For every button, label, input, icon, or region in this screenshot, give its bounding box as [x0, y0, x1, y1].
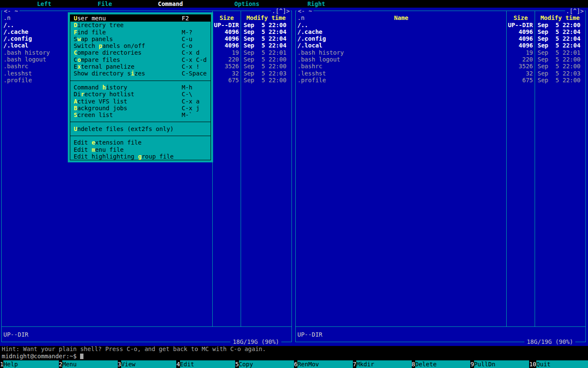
- fkey-label: Menu: [62, 360, 117, 368]
- file-mtime: Sep 5 22:04: [535, 42, 585, 49]
- fkey-number: 5: [235, 360, 239, 368]
- menu-item[interactable]: Directory tree: [70, 22, 211, 28]
- mini-status: UP--DIR: [3, 331, 28, 338]
- file-list: /.. UP--DIR Sep 5 22:00 /.cache 4096 Sep…: [296, 22, 585, 84]
- menu-item[interactable]: Find file M-?: [70, 29, 211, 36]
- menu-item[interactable]: Active VFS list C-x a: [70, 98, 211, 105]
- fkey-button[interactable]: 8 Delete: [412, 360, 471, 368]
- file-name: /.local: [296, 42, 507, 49]
- fkey-button[interactable]: 2 Menu: [59, 360, 118, 368]
- menu-item: [70, 118, 211, 125]
- name-column-header[interactable]: Name: [296, 14, 507, 21]
- menu-item-shortcut: [182, 22, 209, 28]
- menu-item-label: Screen list: [74, 112, 182, 118]
- fkey-label: Mkdir: [356, 360, 411, 368]
- file-row[interactable]: /.. UP--DIR Sep 5 22:00: [296, 22, 585, 28]
- panel-path[interactable]: <- ~: [297, 8, 313, 14]
- menu-item[interactable]: Edit extension file: [70, 139, 211, 146]
- file-row[interactable]: /.cache 4096 Sep 5 22:04: [296, 28, 585, 35]
- file-row[interactable]: /.config 4096 Sep 5 22:04: [296, 35, 585, 42]
- menu-item-label: User menu: [74, 15, 182, 22]
- menu-item[interactable]: Compare directories C-x d: [70, 49, 211, 56]
- menu-item[interactable]: Edit highlighting group file: [70, 153, 211, 160]
- menu-item[interactable]: External panelize C-x !: [70, 63, 211, 70]
- fkey-button[interactable]: 4 Edit: [176, 360, 235, 368]
- command-menu-items: User menu F2 Directory tree Find file M-…: [70, 14, 211, 160]
- menu-item-hotkey: m: [92, 146, 95, 153]
- file-mtime: Sep 5 22:00: [241, 63, 291, 70]
- file-name: /.config: [296, 35, 507, 42]
- file-size: 220: [507, 56, 535, 63]
- shell-prompt[interactable]: midnight@commander:~$: [2, 353, 83, 360]
- menu-item-shortcut: [182, 153, 209, 160]
- menu-item-label: Edit highlighting group file: [74, 153, 182, 160]
- file-mtime: Sep 5 22:04: [241, 28, 291, 35]
- size-column-header[interactable]: Size: [507, 14, 535, 21]
- file-mtime: Sep 5 22:00: [535, 63, 585, 70]
- menu-item[interactable]: Compare files C-x C-d: [70, 56, 211, 63]
- sort-indicator: .n: [297, 14, 305, 21]
- panel-header-row: .n Name Size Modify time: [296, 14, 585, 21]
- file-size: 19: [507, 49, 535, 56]
- fkey-button[interactable]: 7 Mkdir: [353, 360, 412, 368]
- right-panel: <- ~ .[^]> .n Name Size Modify time /.. …: [294, 8, 588, 346]
- fkey-button[interactable]: 10 Quit: [529, 360, 588, 368]
- menu-item-label: Compare directories: [74, 49, 182, 56]
- fkey-button[interactable]: 1 Help: [0, 360, 59, 368]
- menu-item[interactable]: Command history M-h: [70, 84, 211, 91]
- file-row[interactable]: .lesshst 32 Sep 5 22:03: [296, 70, 585, 77]
- menubar-item-label: Right: [308, 0, 325, 7]
- fkey-button[interactable]: 6 RenMov: [294, 360, 353, 368]
- file-row[interactable]: .bash_history 19 Sep 5 22:01: [296, 49, 585, 56]
- file-mtime: Sep 5 22:00: [241, 22, 291, 28]
- menubar-item-label: File: [98, 0, 112, 7]
- mtime-column-header[interactable]: Modify time: [241, 14, 291, 21]
- fkey-button[interactable]: 9 PullDn: [470, 360, 529, 368]
- file-row[interactable]: .bashrc 3526 Sep 5 22:00: [296, 63, 585, 70]
- menu-item-shortcut: C-x C-d: [182, 56, 209, 63]
- file-name: .bash_history: [296, 49, 507, 56]
- menu-item[interactable]: Edit menu file: [70, 146, 211, 153]
- command-dropdown-menu: User menu F2 Directory tree Find file M-…: [68, 12, 213, 162]
- hint-line: Hint: Want your plain shell? Press C-o, …: [2, 346, 266, 353]
- menu-item-shortcut: [182, 146, 209, 153]
- size-column-header[interactable]: Size: [213, 14, 241, 21]
- menu-item[interactable]: Show directory sizes C-Space: [70, 70, 211, 77]
- file-row[interactable]: .profile 675 Sep 5 22:00: [296, 77, 585, 84]
- file-size: 3526: [507, 63, 535, 70]
- menu-item-hotkey: e: [92, 139, 95, 146]
- mtime-column-header[interactable]: Modify time: [535, 14, 585, 21]
- terminal-cursor: [80, 354, 83, 359]
- menu-bar: Left File Command Options Right: [0, 0, 588, 8]
- panel-path[interactable]: <- ~: [3, 8, 19, 14]
- fkey-button[interactable]: 3 View: [118, 360, 177, 368]
- file-row[interactable]: /.local 4096 Sep 5 22:04: [296, 42, 585, 49]
- menu-item-shortcut: [182, 125, 209, 132]
- file-size: 4096: [213, 28, 241, 35]
- file-mtime: Sep 5 22:00: [535, 56, 585, 63]
- file-mtime: Sep 5 22:04: [241, 42, 291, 49]
- menu-item[interactable]: Screen list M-`: [70, 112, 211, 118]
- menubar-item-label: Options: [234, 0, 259, 7]
- menu-item[interactable]: Background jobs C-x j: [70, 105, 211, 112]
- file-size: 19: [213, 49, 241, 56]
- fkey-button[interactable]: 5 Copy: [235, 360, 294, 368]
- menubar-item-label: Command: [158, 0, 183, 7]
- menu-item[interactable]: Directory hotlist C-\: [70, 91, 211, 98]
- menu-item-shortcut: [182, 139, 209, 146]
- menu-item: [70, 132, 211, 139]
- file-size: UP--DIR: [213, 22, 241, 28]
- fkey-label: Edit: [180, 360, 235, 368]
- panel-corner-buttons[interactable]: .[^]>: [565, 8, 585, 14]
- menu-item-shortcut: C-x d: [182, 49, 209, 56]
- panel-corner-buttons[interactable]: .[^]>: [271, 8, 291, 14]
- menu-item-shortcut: C-x j: [182, 105, 209, 112]
- menu-item[interactable]: Swap panels C-u: [70, 36, 211, 42]
- file-name: .bashrc: [296, 63, 507, 70]
- menu-item[interactable]: Switch panels on/off C-o: [70, 42, 211, 49]
- menu-item[interactable]: User menu F2: [70, 15, 211, 22]
- menu-item-shortcut: C-o: [182, 42, 209, 49]
- menu-item[interactable]: Undelete files (ext2fs only): [70, 125, 211, 132]
- function-key-bar: 1 Help 2 Menu 3 View 4 Edit 5 Copy 6 Ren…: [0, 360, 588, 368]
- file-row[interactable]: .bash_logout 220 Sep 5 22:00: [296, 56, 585, 63]
